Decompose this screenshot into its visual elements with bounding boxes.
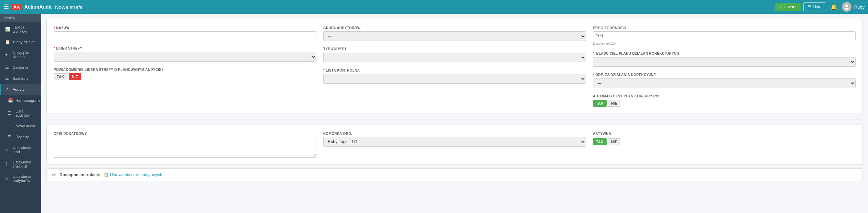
- report-icon: ☰: [8, 135, 13, 139]
- brand: AA ActionAudit: [12, 4, 52, 10]
- komorka-label: KOMÓRKA ORG.: [323, 132, 586, 136]
- odp-select[interactable]: ---: [593, 78, 856, 88]
- svg-point-1: [845, 8, 849, 10]
- sidebar-item-audyty[interactable]: ✓ Audyty: [0, 84, 41, 95]
- lider-select[interactable]: ---: [54, 52, 316, 62]
- plus2-icon: +: [8, 124, 13, 128]
- sidebar-item-szablony[interactable]: ☰ Szablony: [0, 73, 41, 84]
- opis-textarea[interactable]: [54, 137, 316, 158]
- prog-hint: Domyślnie 100: [593, 42, 856, 45]
- sidebar-item-nowy-plan[interactable]: + Nowy plan działań: [0, 47, 41, 62]
- komorka-select[interactable]: Ruby Logic LLC: [323, 137, 586, 147]
- auto-plan-nie-btn[interactable]: NIE: [608, 100, 620, 107]
- clipboard-icon: 📋: [5, 40, 10, 44]
- navbar: ☰ AA ActionAudit Nowa strefa ✓ Utwórz ☰ …: [0, 0, 868, 14]
- form-section-1: * NAZWA * LIDER STREFY ---: [46, 19, 863, 114]
- bell-icon[interactable]: 🔔: [829, 4, 839, 10]
- sidebar-item-label: Ustawienia audytorów: [13, 174, 37, 183]
- form-section-2: OPIS DODATKOWY KOMÓRKA ORG. Ruby Logic L…: [46, 125, 863, 165]
- sidebar-item-label: Lista audytów: [15, 109, 37, 117]
- sidebar-item-label: Ustawienia checklist: [13, 160, 37, 168]
- prog-label: PRÓG ZGODNOŚCI: [593, 26, 856, 30]
- sidebar-item-ustawienia-audytorow[interactable]: □ Ustawienia audytorów: [0, 171, 41, 186]
- sidebar-item-dzialania[interactable]: ☰ Działania: [0, 62, 41, 73]
- aktywna-tak-btn[interactable]: TAK: [593, 138, 607, 145]
- pen-icon: ✏: [52, 172, 56, 178]
- grupa-select[interactable]: ---: [323, 31, 586, 41]
- username: Ruby: [854, 4, 865, 10]
- grupa-label: GRUPA AUDYTORÓW: [323, 26, 586, 30]
- sidebar-item-label: Audyty: [13, 87, 24, 92]
- powiadomienie-toggle: TAK NIE: [54, 73, 316, 80]
- aktywna-group: AKTYWNA TAK NIE: [593, 132, 856, 158]
- sidebar-item-label: Działania: [13, 65, 28, 70]
- svg-point-0: [845, 4, 848, 7]
- sidebar-item-label: Harmonogram: [15, 98, 40, 103]
- prog-input[interactable]: [593, 31, 856, 40]
- navbar-right: ✓ Utwórz ☰ Lista 🔔 Ruby: [775, 2, 865, 12]
- avatar: [842, 2, 851, 12]
- lista-button[interactable]: ☰ Lista: [803, 2, 826, 11]
- sidebar-item-label: Raporty: [15, 135, 29, 139]
- sidebar-item-label: Nowy audyt: [15, 124, 35, 128]
- template-icon: ☰: [5, 76, 10, 81]
- hamburger-icon[interactable]: ☰: [3, 3, 9, 11]
- auto-plan-tak-btn[interactable]: TAK: [593, 100, 607, 107]
- list2-icon: ☰: [8, 111, 13, 116]
- komorka-group: KOMÓRKA ORG. Ruby Logic LLC: [323, 132, 586, 158]
- sidebar-item-harmonogram[interactable]: 📅 Harmonogram: [0, 95, 41, 106]
- nazwa-group: * NAZWA * LIDER STREFY ---: [54, 26, 316, 107]
- wlasciciel-select[interactable]: ---: [593, 57, 856, 67]
- nazwa-label: * NAZWA: [54, 26, 316, 30]
- powiadomienie-label: POWIADOMIENIE LIDERA STREFY O PLANOWANYM…: [54, 68, 164, 72]
- aktywna-nie-btn[interactable]: NIE: [608, 138, 620, 145]
- opis-group: OPIS DODATKOWY: [54, 132, 316, 158]
- logo: AA: [12, 4, 22, 10]
- plus-icon: +: [5, 52, 10, 57]
- sidebar-item-label: Tablica wyników: [13, 25, 37, 33]
- sidebar-item-plany[interactable]: 📋 Plany działań: [0, 36, 41, 47]
- opis-label: OPIS DODATKOWY: [54, 132, 316, 136]
- brand-name: ActionAudit: [24, 4, 52, 10]
- search-input[interactable]: [0, 14, 41, 22]
- right-group: PRÓG ZGODNOŚCI Domyślnie 100 * WŁAŚCICIE…: [593, 26, 856, 107]
- aktywna-label: AKTYWNA: [593, 132, 856, 136]
- main-content: * NAZWA * LIDER STREFY ---: [41, 14, 868, 213]
- sidebar-item-label: Ustawienia stref: [13, 146, 37, 154]
- sidebar-item-lista-audytow[interactable]: ☰ Lista audytów: [0, 106, 41, 120]
- lista-select[interactable]: ---: [323, 74, 586, 84]
- chart-icon: 📊: [5, 27, 10, 32]
- question-icon: ?: [5, 162, 10, 167]
- sidebar-item-tablica[interactable]: 📊 Tablica wyników: [0, 22, 41, 36]
- typ-label: TYP AUDYTU: [323, 47, 346, 51]
- check-icon: ✓: [5, 87, 10, 92]
- calendar-icon: 📅: [8, 98, 13, 103]
- sidebar-item-nowy-audyt[interactable]: + Nowy audyt: [0, 120, 41, 131]
- settings-icon: □: [5, 147, 10, 152]
- aktywna-toggle: TAK NIE: [593, 138, 856, 145]
- page-title: Nowa strefa: [55, 4, 83, 10]
- typ-select[interactable]: [323, 53, 586, 62]
- auditors-icon: □: [5, 176, 10, 181]
- instructions-row: ✏ Dostępne instrukcje: Ustawienia stref …: [46, 168, 863, 181]
- instructions-label: Dostępne instrukcje:: [59, 172, 100, 177]
- create-button[interactable]: ✓ Utwórz: [775, 3, 801, 11]
- sidebar-item-label: Szablony: [13, 76, 28, 81]
- powiadomienie-nie-btn[interactable]: NIE: [69, 73, 81, 80]
- list-icon: ☰: [5, 65, 10, 70]
- sidebar-item-raporty[interactable]: ☰ Raporty: [0, 131, 41, 142]
- middle-group: GRUPA AUDYTORÓW --- TYP AUDYTU * LISTA: [323, 26, 586, 107]
- wlasciciel-label: * WŁAŚCICIEL PLANU DZIAŁAŃ KOREKCYJNYCH: [593, 52, 679, 55]
- odp-label: * ODP. ZA DZIAŁANIA KOREKCYJNE: [593, 73, 656, 77]
- lider-label: * LIDER STREFY: [54, 46, 82, 50]
- sidebar-item-ustawienia-checklist[interactable]: ? Ustawienia checklist: [0, 157, 41, 171]
- powiadomienie-tak-btn[interactable]: TAK: [54, 73, 67, 80]
- form-divider: [46, 119, 863, 119]
- lista-label: * LISTA KONTROLNA: [323, 68, 360, 72]
- instructions-link[interactable]: Ustawienia stref audytowych: [104, 172, 162, 177]
- auto-plan-toggle: TAK NIE: [593, 100, 856, 107]
- sidebar-item-ustawienia-stref[interactable]: □ Ustawienia stref: [0, 142, 41, 157]
- sidebar-item-label: Plany działań: [13, 40, 35, 44]
- nazwa-input[interactable]: [54, 31, 316, 40]
- sidebar: 📊 Tablica wyników 📋 Plany działań + Nowy…: [0, 14, 41, 213]
